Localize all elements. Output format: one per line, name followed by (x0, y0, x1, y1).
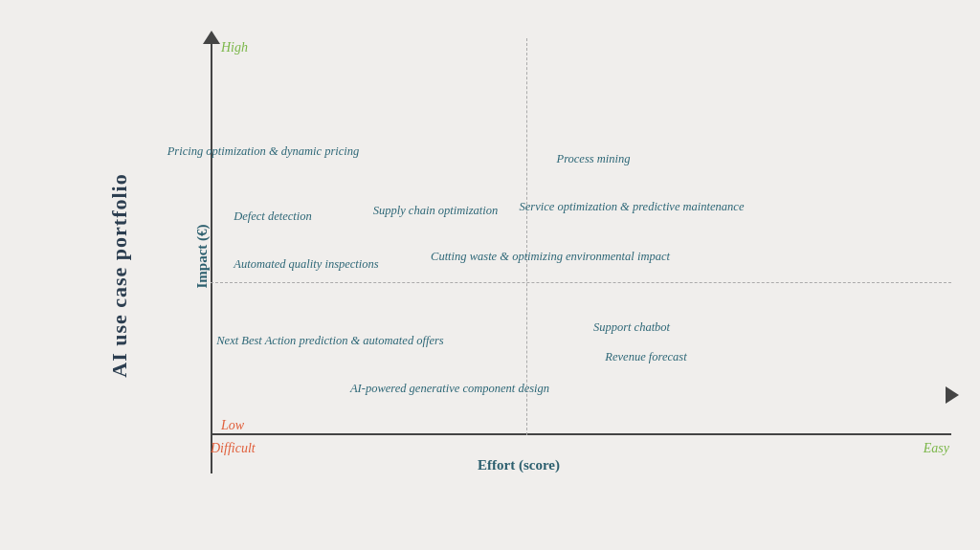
x-axis-line (211, 433, 951, 435)
x-axis-label: Effort (score) (478, 457, 560, 473)
usecase-defect-detection: Defect detection (234, 209, 312, 225)
y-axis-label: Impact (€) (194, 224, 211, 288)
usecase-service-opt: Service optimization & predictive mainte… (520, 199, 745, 215)
x-axis-arrow (946, 386, 959, 404)
plot-area: Impact (€) Effort (score) High Low Diffi… (86, 38, 951, 473)
label-difficult: Difficult (211, 441, 256, 456)
usecase-cutting-waste: Cutting waste & optimizing environmental… (431, 249, 670, 265)
label-easy: Easy (924, 441, 949, 456)
chart-container: AI use case portfolio Impact (€) Effort … (0, 0, 980, 550)
usecase-next-best-action: Next Best Action prediction & automated … (216, 333, 443, 349)
vertical-divider (526, 38, 527, 435)
usecase-revenue-forecast: Revenue forecast (605, 349, 686, 365)
y-axis-line (211, 38, 212, 473)
label-low: Low (221, 418, 244, 433)
horizontal-divider (211, 282, 951, 283)
label-high: High (221, 40, 248, 55)
usecase-auto-quality: Automated quality inspections (234, 256, 378, 273)
usecase-process-mining: Process mining (557, 151, 631, 167)
usecase-support-chatbot: Support chatbot (593, 319, 670, 336)
usecase-supply-chain: Supply chain optimization (373, 203, 499, 219)
usecase-ai-generative: AI-powered generative component design (350, 381, 549, 397)
usecase-pricing: Pricing optimization & dynamic pricing (167, 143, 360, 160)
